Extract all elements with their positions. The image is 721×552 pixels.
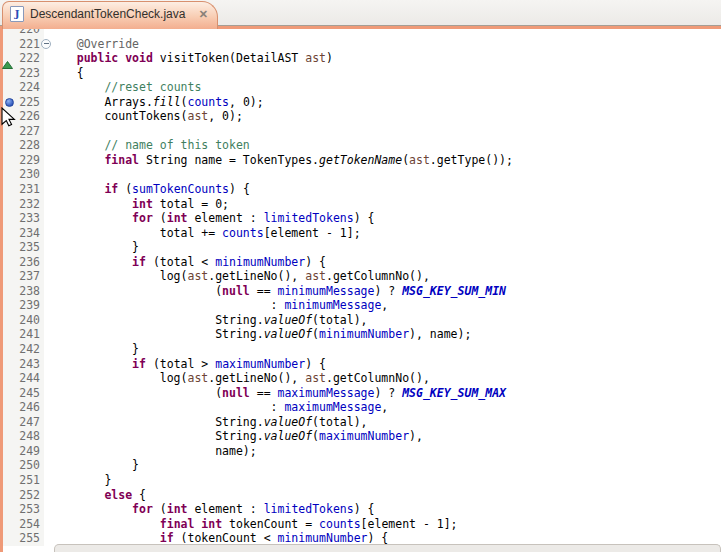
code-text[interactable]: String.valueOf(total),	[44, 313, 721, 328]
code-line-238[interactable]: 238 (null == minimumMessage) ? MSG_KEY_S…	[0, 284, 721, 299]
line-number[interactable]: 252	[3, 488, 44, 503]
line-number[interactable]: 233	[3, 211, 44, 226]
code-text[interactable]: : maximumMessage,	[44, 400, 721, 415]
line-number[interactable]: 234	[3, 226, 44, 241]
code-line-254[interactable]: 254 final int tokenCount = counts[elemen…	[0, 517, 721, 532]
code-text[interactable]: final int tokenCount = counts[element - …	[44, 517, 721, 532]
code-text[interactable]: int total = 0;	[44, 197, 721, 212]
code-line-240[interactable]: 240 String.valueOf(total),	[0, 313, 721, 328]
code-line-222[interactable]: 222 public void visitToken(DetailAST ast…	[0, 51, 721, 66]
code-text[interactable]: countTokens(ast, 0);	[44, 109, 721, 124]
line-number[interactable]: 240	[3, 313, 44, 328]
code-line-227[interactable]: 227	[0, 124, 721, 139]
code-text[interactable]: if (total < minimumNumber) {	[44, 255, 721, 270]
code-text[interactable]: }	[44, 473, 721, 488]
line-number[interactable]: 253	[3, 502, 44, 517]
line-number[interactable]: 238	[3, 284, 44, 299]
line-number[interactable]: 241	[3, 327, 44, 342]
code-line-251[interactable]: 251 }	[0, 473, 721, 488]
code-line-226[interactable]: 226 countTokens(ast, 0);	[0, 109, 721, 124]
editor-tab-descendanttokencheck[interactable]: J DescendantTokenCheck.java ✕	[2, 1, 218, 29]
code-text[interactable]: else {	[44, 488, 721, 503]
code-text[interactable]: }	[44, 240, 721, 255]
code-line-245[interactable]: 245 (null == maximumMessage) ? MSG_KEY_S…	[0, 386, 721, 401]
line-number[interactable]: 221	[3, 37, 44, 52]
code-text[interactable]: // name of this token	[44, 138, 721, 153]
code-line-228[interactable]: 228 // name of this token	[0, 138, 721, 153]
code-text[interactable]: Arrays.fill(counts, 0);	[44, 95, 721, 110]
code-text[interactable]: @Override	[44, 37, 721, 52]
code-line-224[interactable]: 224 //reset counts	[0, 80, 721, 95]
line-number[interactable]: 230	[3, 167, 44, 182]
code-line-236[interactable]: 236 if (total < minimumNumber) {	[0, 255, 721, 270]
line-number[interactable]: 250	[3, 458, 44, 473]
code-text[interactable]: name);	[44, 444, 721, 459]
line-number[interactable]: 224	[3, 80, 44, 95]
code-line-247[interactable]: 247 String.valueOf(total),	[0, 415, 721, 430]
code-line-231[interactable]: 231 if (sumTokenCounts) {	[0, 182, 721, 197]
line-number[interactable]: 239	[3, 298, 44, 313]
line-number[interactable]: 255	[3, 531, 44, 546]
code-line-239[interactable]: 239 : minimumMessage,	[0, 298, 721, 313]
line-number[interactable]: 228	[3, 138, 44, 153]
code-text[interactable]: log(ast.getLineNo(), ast.getColumnNo(),	[44, 269, 721, 284]
line-number[interactable]: 242	[3, 342, 44, 357]
line-number[interactable]: 243	[3, 357, 44, 372]
line-number[interactable]: 249	[3, 444, 44, 459]
line-number[interactable]: 247	[3, 415, 44, 430]
code-line-248[interactable]: 248 String.valueOf(maximumNumber),	[0, 429, 721, 444]
code-line-221[interactable]: 221 @Override	[0, 37, 721, 52]
code-text[interactable]: String.valueOf(total),	[44, 415, 721, 430]
code-text[interactable]	[44, 124, 721, 139]
code-line-235[interactable]: 235 }	[0, 240, 721, 255]
code-line-243[interactable]: 243 if (total > maximumNumber) {	[0, 357, 721, 372]
code-text[interactable]: final String name = TokenTypes.getTokenN…	[44, 153, 721, 168]
code-text[interactable]: //reset counts	[44, 80, 721, 95]
code-text[interactable]: (null == maximumMessage) ? MSG_KEY_SUM_M…	[44, 386, 721, 401]
line-number[interactable]: 251	[3, 473, 44, 488]
code-line-252[interactable]: 252 else {	[0, 488, 721, 503]
line-number[interactable]: 245	[3, 386, 44, 401]
code-editor[interactable]: 220221 @Override222 public void visitTok…	[0, 29, 721, 552]
code-line-253[interactable]: 253 for (int element : limitedTokens) {	[0, 502, 721, 517]
code-text[interactable]: String.valueOf(minimumNumber), name);	[44, 327, 721, 342]
code-line-244[interactable]: 244 log(ast.getLineNo(), ast.getColumnNo…	[0, 371, 721, 386]
code-text[interactable]	[44, 167, 721, 182]
line-number[interactable]: 231	[3, 182, 44, 197]
line-number[interactable]: 220	[3, 29, 44, 37]
code-text[interactable]: : minimumMessage,	[44, 298, 721, 313]
code-text[interactable]: total += counts[element - 1];	[44, 226, 721, 241]
code-line-230[interactable]: 230	[0, 167, 721, 182]
code-text[interactable]: {	[44, 66, 721, 81]
line-number[interactable]: 248	[3, 429, 44, 444]
code-text[interactable]: for (int element : limitedTokens) {	[44, 211, 721, 226]
code-line-249[interactable]: 249 name);	[0, 444, 721, 459]
code-text[interactable]: if (total > maximumNumber) {	[44, 357, 721, 372]
code-line-237[interactable]: 237 log(ast.getLineNo(), ast.getColumnNo…	[0, 269, 721, 284]
code-line-234[interactable]: 234 total += counts[element - 1];	[0, 226, 721, 241]
code-text[interactable]	[44, 29, 721, 37]
code-line-225[interactable]: 225 Arrays.fill(counts, 0);	[0, 95, 721, 110]
code-line-250[interactable]: 250 }	[0, 458, 721, 473]
breakpoint-icon[interactable]	[5, 98, 14, 107]
code-text[interactable]: (null == minimumMessage) ? MSG_KEY_SUM_M…	[44, 284, 721, 299]
horizontal-scrollbar[interactable]	[54, 544, 721, 552]
code-text[interactable]: }	[44, 342, 721, 357]
line-number[interactable]: 237	[3, 269, 44, 284]
code-text[interactable]: for (int element : limitedTokens) {	[44, 502, 721, 517]
line-number[interactable]: 254	[3, 517, 44, 532]
code-text[interactable]: log(ast.getLineNo(), ast.getColumnNo(),	[44, 371, 721, 386]
code-text[interactable]: String.valueOf(maximumNumber),	[44, 429, 721, 444]
code-line-232[interactable]: 232 int total = 0;	[0, 197, 721, 212]
code-line-220[interactable]: 220	[0, 29, 721, 37]
tab-close-icon[interactable]: ✕	[199, 9, 208, 20]
line-number[interactable]: 244	[3, 371, 44, 386]
line-number[interactable]: 229	[3, 153, 44, 168]
code-line-246[interactable]: 246 : maximumMessage,	[0, 400, 721, 415]
line-number[interactable]: 235	[3, 240, 44, 255]
code-line-241[interactable]: 241 String.valueOf(minimumNumber), name)…	[0, 327, 721, 342]
code-line-242[interactable]: 242 }	[0, 342, 721, 357]
collapse-minus-icon[interactable]	[41, 39, 51, 49]
code-text[interactable]: public void visitToken(DetailAST ast)	[44, 51, 721, 66]
line-number[interactable]: 236	[3, 255, 44, 270]
